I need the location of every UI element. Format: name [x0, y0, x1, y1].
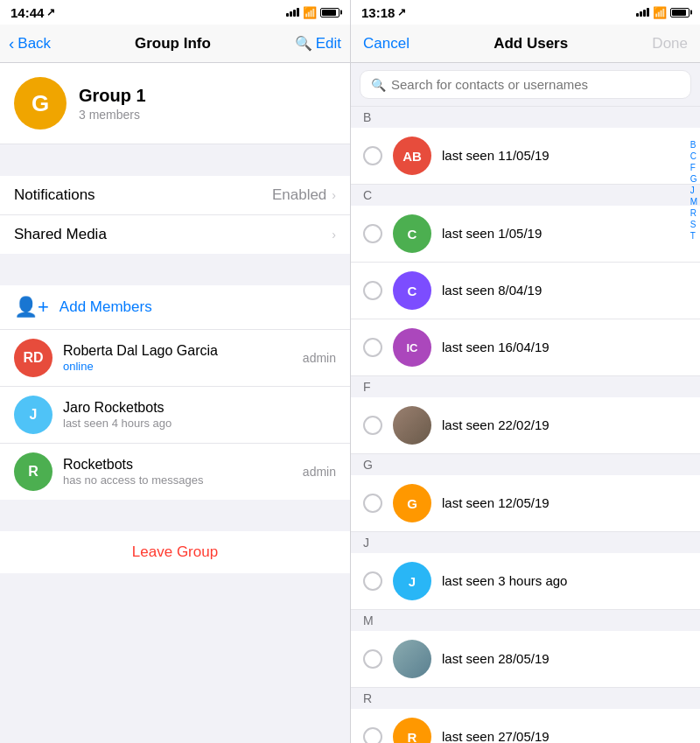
contact-avatar-ic: IC: [393, 328, 431, 367]
contact-info: last seen 8/04/19: [442, 283, 542, 298]
contact-last-seen: last seen 8/04/19: [442, 283, 542, 298]
contact-radio[interactable]: [363, 494, 382, 513]
section-header-c: C: [351, 185, 700, 206]
index-letter-b[interactable]: B: [690, 140, 697, 151]
done-button[interactable]: Done: [652, 35, 688, 53]
contact-info: last seen 22/02/19: [442, 417, 550, 433]
contacts-list: B AB last seen 11/05/19 C C last seen 1/…: [351, 107, 700, 743]
contact-radio[interactable]: [363, 416, 382, 435]
time-left: 14:44: [10, 5, 44, 20]
contact-avatar-j: J: [393, 562, 431, 600]
index-sidebar: B C F G J M R S T: [690, 140, 697, 242]
location-arrow-left: ↗: [46, 6, 55, 18]
section-header-b: B: [351, 107, 700, 128]
contact-row[interactable]: J last seen 3 hours ago: [351, 553, 700, 610]
index-letter-f[interactable]: F: [690, 163, 697, 173]
separator-2: [0, 254, 350, 285]
edit-label: Edit: [316, 35, 341, 53]
index-letter-c[interactable]: C: [690, 151, 697, 162]
contact-row[interactable]: C last seen 1/05/19: [351, 206, 700, 263]
notifications-chevron-icon: ›: [332, 188, 336, 202]
contact-radio[interactable]: [363, 224, 382, 243]
index-letter-s[interactable]: S: [690, 220, 697, 230]
index-letter-g[interactable]: G: [690, 174, 697, 185]
members-section: 👤+ Add Members RD Roberta Dal Lago Garci…: [0, 285, 350, 500]
leave-group-row[interactable]: Leave Group: [0, 531, 350, 573]
search-bar: 🔍: [351, 63, 700, 107]
add-members-icon: 👤+: [14, 296, 49, 319]
member-details-roberta: Roberta Dal Lago Garcia online: [63, 343, 292, 373]
contact-radio[interactable]: [363, 571, 382, 591]
contact-info: last seen 1/05/19: [442, 226, 542, 242]
contact-radio[interactable]: [363, 338, 382, 357]
index-letter-t[interactable]: T: [690, 231, 697, 242]
member-name-jaro: Jaro Rocketbots: [63, 400, 326, 416]
contact-radio[interactable]: [363, 281, 382, 300]
edit-button[interactable]: 🔍 Edit: [295, 35, 341, 53]
contact-row[interactable]: G last seen 12/05/19: [351, 475, 700, 532]
shared-media-label: Shared Media: [14, 226, 332, 243]
index-letter-r[interactable]: R: [690, 208, 697, 219]
member-name-roberta: Roberta Dal Lago Garcia: [63, 343, 292, 359]
search-icon: 🔍: [295, 35, 312, 52]
section-header-g: G: [351, 454, 700, 475]
member-row[interactable]: R Rocketbots has no access to messages a…: [0, 444, 350, 500]
index-letter-j[interactable]: J: [690, 186, 697, 196]
contact-radio[interactable]: [363, 727, 382, 743]
member-avatar-r: R: [14, 452, 52, 491]
shared-media-chevron-icon: ›: [332, 228, 336, 242]
cancel-button[interactable]: Cancel: [363, 35, 410, 53]
contact-row[interactable]: last seen 28/05/19: [351, 631, 700, 688]
contact-radio[interactable]: [363, 146, 382, 165]
contact-info: last seen 3 hours ago: [442, 573, 567, 589]
group-info: Group 1 3 members: [79, 86, 146, 122]
contact-avatar-ab: AB: [393, 137, 431, 175]
index-letter-m[interactable]: M: [690, 197, 697, 207]
contact-row[interactable]: AB last seen 11/05/19: [351, 128, 700, 185]
contact-info: last seen 28/05/19: [442, 651, 550, 667]
page-title-left: Group Info: [51, 35, 295, 53]
leave-section: Leave Group: [0, 531, 350, 573]
back-button[interactable]: ‹ Back: [9, 34, 51, 53]
contact-row[interactable]: IC last seen 16/04/19: [351, 319, 700, 376]
member-row[interactable]: RD Roberta Dal Lago Garcia online admin: [0, 330, 350, 387]
group-header: G Group 1 3 members: [0, 63, 350, 144]
notifications-row[interactable]: Notifications Enabled ›: [0, 176, 350, 215]
search-icon: 🔍: [371, 78, 386, 92]
back-label: Back: [18, 35, 51, 53]
settings-section: Notifications Enabled › Shared Media ›: [0, 176, 350, 254]
member-avatar-rd: RD: [14, 339, 52, 377]
search-input-wrapper[interactable]: 🔍: [360, 70, 691, 99]
time-right: 13:18: [361, 5, 395, 20]
contact-last-seen: last seen 12/05/19: [442, 495, 550, 510]
status-icons-left: 📶: [286, 6, 340, 19]
status-bar-left: 14:44 ↗ 📶: [0, 0, 350, 25]
section-header-f: F: [351, 376, 700, 397]
search-input[interactable]: [391, 77, 680, 92]
signal-icon-right: [636, 8, 649, 17]
status-bar-right: 13:18 ↗ 📶: [351, 0, 700, 25]
contact-info: last seen 12/05/19: [442, 495, 550, 511]
shared-media-row[interactable]: Shared Media ›: [0, 215, 350, 254]
add-members-row[interactable]: 👤+ Add Members: [0, 285, 350, 330]
contact-row[interactable]: last seen 22/02/19: [351, 397, 700, 454]
contact-radio[interactable]: [363, 649, 382, 669]
group-avatar-letter: G: [32, 90, 49, 117]
battery-icon-left: [320, 8, 340, 18]
section-header-j: J: [351, 532, 700, 553]
contact-avatar-r: R: [393, 718, 431, 743]
member-row[interactable]: J Jaro Rocketbots last seen 4 hours ago: [0, 387, 350, 444]
status-icons-right: 📶: [636, 6, 690, 19]
contact-row[interactable]: C last seen 8/04/19: [351, 263, 700, 319]
member-name-rocketbots: Rocketbots: [63, 457, 292, 473]
member-avatar-j: J: [14, 396, 52, 434]
member-details-jaro: Jaro Rocketbots last seen 4 hours ago: [63, 400, 326, 430]
contact-avatar-c2: C: [393, 271, 431, 310]
separator-1: [0, 144, 350, 176]
page-title-right: Add Users: [410, 35, 652, 53]
contact-avatar-g: G: [393, 484, 431, 522]
contact-row[interactable]: R last seen 27/05/19: [351, 709, 700, 743]
contact-info: last seen 16/04/19: [442, 340, 550, 355]
contact-avatar-photo1: [393, 406, 431, 445]
notifications-label: Notifications: [14, 186, 272, 204]
